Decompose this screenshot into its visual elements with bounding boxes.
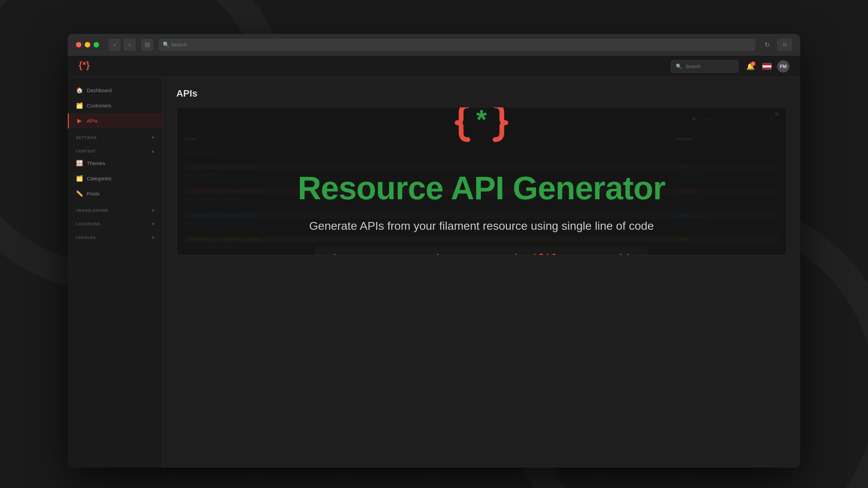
- translations-label-text: Translations: [76, 208, 108, 212]
- locations-section-label[interactable]: Locations ▾: [68, 218, 162, 228]
- promo-logo: *: [448, 107, 515, 157]
- locations-chevron-icon: ▾: [152, 222, 154, 226]
- content-label-text: Content: [76, 149, 96, 153]
- sidebar-label-customers: Customers: [87, 103, 112, 108]
- promo-subtitle: Generate APIs from your filament resourc…: [309, 219, 654, 232]
- sidebar-toggle-button[interactable]: ⊟: [141, 39, 153, 51]
- close-button[interactable]: [76, 42, 81, 47]
- promo-overlay: * Resource API Generator Generate APIs f…: [177, 107, 786, 255]
- sidebar-label-posts: Posts: [87, 191, 100, 197]
- page-content: APIs 🔍 ⚙ 0: [163, 77, 800, 468]
- sidebar-item-customers[interactable]: 🗂️ Customers: [68, 98, 162, 113]
- locales-section-label[interactable]: Locales ▾: [68, 231, 162, 242]
- top-search-input[interactable]: [686, 64, 733, 69]
- sidebar-item-apis[interactable]: ▶ APIs: [68, 113, 162, 128]
- sidebar-label-categories: Categories: [87, 176, 112, 181]
- settings-chevron-icon: ▾: [152, 135, 154, 140]
- browser-window: ‹ › ⊟ 🔍 ↻ ⊡ {*} 🔍: [68, 34, 800, 468]
- address-bar-wrap: 🔍: [159, 39, 755, 51]
- maximize-button[interactable]: [94, 42, 99, 47]
- sidebar-item-themes[interactable]: 🪟 Themes: [68, 156, 162, 171]
- themes-icon: 🪟: [76, 160, 83, 167]
- promo-command: `composer require tomatophp/filament-api…: [315, 246, 648, 255]
- sidebar-item-posts[interactable]: ✏️ Posts: [68, 186, 162, 201]
- promo-logo-svg: *: [448, 107, 515, 157]
- logo-icon: {*}: [79, 60, 92, 73]
- notification-button[interactable]: 🔔 0: [744, 60, 757, 73]
- sidebar: 🏠 Dashboard 🗂️ Customers ▶ APIs: [68, 77, 163, 468]
- sidebar-section-content: Content ▴ 🪟 Themes 🗂️ Categories ✏️ Post…: [68, 145, 162, 201]
- search-icon: 🔍: [163, 41, 170, 48]
- new-window-button[interactable]: ⊡: [777, 39, 792, 51]
- sidebar-label-themes: Themes: [87, 160, 105, 166]
- sidebar-section-translations: Translations ▾: [68, 204, 162, 215]
- traffic-lights: [76, 42, 99, 47]
- forward-button[interactable]: ›: [123, 39, 136, 51]
- browser-chrome: ‹ › ⊟ 🔍 ↻ ⊡: [68, 34, 800, 56]
- main-content: APIs 🔍 ⚙ 0: [163, 77, 800, 468]
- customers-icon: 🗂️: [76, 102, 83, 109]
- browser-actions: ↻ ⊡: [761, 39, 792, 51]
- svg-text:*: *: [476, 107, 487, 135]
- top-search-area: 🔍 🔔 0 FM: [671, 60, 789, 73]
- sidebar-label-apis: APIs: [87, 118, 98, 124]
- locations-label-text: Locations: [76, 222, 100, 226]
- categories-icon: 🗂️: [76, 175, 83, 182]
- sidebar-item-categories[interactable]: 🗂️ Categories: [68, 171, 162, 186]
- top-search-box[interactable]: 🔍: [671, 60, 738, 73]
- home-icon: 🏠: [76, 87, 83, 94]
- sidebar-item-dashboard[interactable]: 🏠 Dashboard: [68, 83, 162, 98]
- settings-section-label[interactable]: Settings ▾: [68, 131, 162, 142]
- content-chevron-icon: ▴: [152, 149, 154, 154]
- app-column: {*} 🔍 🔔 0 FM: [68, 56, 800, 468]
- refresh-button[interactable]: ↻: [761, 39, 773, 51]
- top-bar: {*} 🔍 🔔 0 FM: [68, 56, 800, 77]
- posts-icon: ✏️: [76, 190, 83, 197]
- translations-section-label[interactable]: Translations ▾: [68, 204, 162, 215]
- page-title: APIs: [176, 88, 787, 99]
- nav-buttons: ‹ ›: [108, 39, 136, 51]
- top-actions: 🔔 0 FM: [744, 60, 789, 73]
- minimize-button[interactable]: [85, 42, 90, 47]
- apis-icon: ▶: [76, 117, 83, 124]
- app-logo: {*}: [79, 60, 92, 73]
- settings-label-text: Settings: [76, 136, 97, 140]
- sidebar-section-locations: Locations ▾: [68, 218, 162, 228]
- user-avatar[interactable]: FM: [777, 60, 789, 73]
- locales-chevron-icon: ▾: [152, 235, 154, 240]
- search-icon: 🔍: [676, 63, 682, 69]
- app-layout: 🏠 Dashboard 🗂️ Customers ▶ APIs: [68, 77, 800, 468]
- language-flag[interactable]: [762, 63, 772, 70]
- apis-table-card: 🔍 ⚙ 0 Name ⌃: [176, 107, 787, 255]
- promo-title: Resource API Generator: [298, 170, 665, 206]
- sidebar-label-dashboard: Dashboard: [87, 87, 112, 93]
- sidebar-section-settings: Settings ▾: [68, 131, 162, 142]
- sidebar-main-nav: 🏠 Dashboard 🗂️ Customers ▶ APIs: [68, 83, 162, 128]
- back-button[interactable]: ‹: [108, 39, 121, 51]
- locales-label-text: Locales: [76, 236, 96, 240]
- content-section-label[interactable]: Content ▴: [68, 145, 162, 156]
- address-bar-input[interactable]: [159, 39, 755, 51]
- notification-badge: 0: [751, 61, 755, 66]
- translations-chevron-icon: ▾: [152, 208, 154, 213]
- sidebar-section-locales: Locales ▾: [68, 231, 162, 242]
